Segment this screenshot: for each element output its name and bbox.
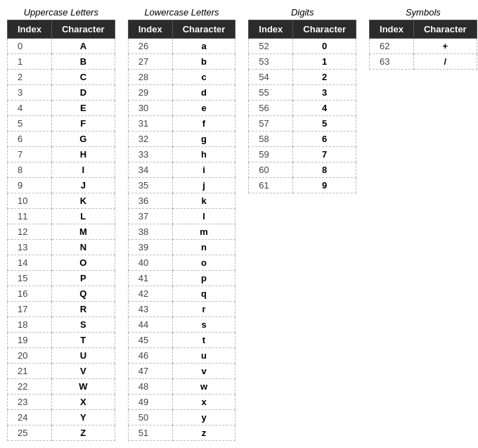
character-cell: c xyxy=(172,70,235,85)
index-cell: 29 xyxy=(128,85,172,101)
header-character: Character xyxy=(413,20,477,39)
table-row: 44s xyxy=(128,317,235,333)
section-title-lowercase: Lowercase Letters xyxy=(144,7,219,18)
section-lowercase: Lowercase LettersIndexCharacter26a27b28c… xyxy=(128,7,236,441)
character-cell: u xyxy=(172,348,235,364)
character-cell: 8 xyxy=(293,162,356,178)
table-row: 38m xyxy=(128,224,235,240)
character-cell: Q xyxy=(51,286,115,302)
index-cell: 28 xyxy=(128,70,172,85)
table-row: 31f xyxy=(128,116,235,132)
index-cell: 53 xyxy=(249,54,293,70)
character-cell: p xyxy=(172,271,235,286)
index-cell: 58 xyxy=(249,132,293,147)
index-cell: 49 xyxy=(128,395,172,410)
tables-container: Uppercase LettersIndexCharacter0A1B2C3D4… xyxy=(7,7,471,441)
index-cell: 38 xyxy=(128,224,172,240)
table-row: 26a xyxy=(128,39,235,54)
character-cell: r xyxy=(172,302,235,317)
table-row: 25Z xyxy=(8,425,115,441)
character-cell: E xyxy=(51,101,115,116)
character-cell: v xyxy=(172,364,235,379)
table-row: 40o xyxy=(128,255,235,271)
index-cell: 21 xyxy=(8,364,52,379)
character-cell: D xyxy=(51,85,115,101)
header-index: Index xyxy=(128,20,172,39)
index-cell: 42 xyxy=(128,286,172,302)
index-cell: 34 xyxy=(128,162,172,178)
character-cell: F xyxy=(51,116,115,132)
character-cell: t xyxy=(172,333,235,348)
table-row: 17R xyxy=(8,302,115,317)
index-cell: 15 xyxy=(8,271,52,286)
character-cell: G xyxy=(51,132,115,147)
index-cell: 32 xyxy=(128,132,172,147)
index-cell: 14 xyxy=(8,255,52,271)
character-cell: a xyxy=(172,39,235,54)
index-cell: 63 xyxy=(370,54,414,70)
index-cell: 56 xyxy=(249,101,293,116)
index-cell: 9 xyxy=(8,178,52,193)
index-cell: 37 xyxy=(128,209,172,224)
index-cell: 4 xyxy=(8,101,52,116)
index-cell: 39 xyxy=(128,240,172,255)
header-index: Index xyxy=(249,20,293,39)
table-row: 21V xyxy=(8,364,115,379)
table-row: 27b xyxy=(128,54,235,70)
character-cell: 7 xyxy=(293,147,356,162)
index-cell: 41 xyxy=(128,271,172,286)
character-cell: J xyxy=(51,178,115,193)
section-title-symbols: Symbols xyxy=(406,7,441,18)
table-row: 63/ xyxy=(370,54,477,70)
table-lowercase: IndexCharacter26a27b28c29d30e31f32g33h34… xyxy=(128,20,236,441)
index-cell: 8 xyxy=(8,162,52,178)
table-row: 11L xyxy=(8,209,115,224)
table-row: 2C xyxy=(8,70,115,85)
index-cell: 5 xyxy=(8,116,52,132)
index-cell: 13 xyxy=(8,240,52,255)
table-row: 47v xyxy=(128,364,235,379)
index-cell: 47 xyxy=(128,364,172,379)
table-row: 14O xyxy=(8,255,115,271)
character-cell: K xyxy=(51,193,115,209)
character-cell: H xyxy=(51,147,115,162)
character-cell: z xyxy=(172,425,235,441)
character-cell: 3 xyxy=(293,85,356,101)
section-title-digits: Digits xyxy=(291,7,314,18)
table-row: 619 xyxy=(249,178,356,193)
table-row: 0A xyxy=(8,39,115,54)
character-cell: e xyxy=(172,101,235,116)
table-row: 9J xyxy=(8,178,115,193)
character-cell: X xyxy=(51,395,115,410)
character-cell: y xyxy=(172,410,235,425)
character-cell: 4 xyxy=(293,101,356,116)
index-cell: 40 xyxy=(128,255,172,271)
table-row: 30e xyxy=(128,101,235,116)
table-row: 19T xyxy=(8,333,115,348)
character-cell: Y xyxy=(51,410,115,425)
character-cell: q xyxy=(172,286,235,302)
index-cell: 55 xyxy=(249,85,293,101)
character-cell: V xyxy=(51,364,115,379)
table-row: 48w xyxy=(128,379,235,395)
index-cell: 54 xyxy=(249,70,293,85)
character-cell: l xyxy=(172,209,235,224)
character-cell: j xyxy=(172,178,235,193)
table-row: 4E xyxy=(8,101,115,116)
table-digits: IndexCharacter52053154255356457558659760… xyxy=(248,20,356,193)
character-cell: f xyxy=(172,116,235,132)
table-row: 575 xyxy=(249,116,356,132)
index-cell: 57 xyxy=(249,116,293,132)
table-row: 41p xyxy=(128,271,235,286)
index-cell: 12 xyxy=(8,224,52,240)
character-cell: U xyxy=(51,348,115,364)
index-cell: 33 xyxy=(128,147,172,162)
character-cell: N xyxy=(51,240,115,255)
table-row: 28c xyxy=(128,70,235,85)
character-cell: W xyxy=(51,379,115,395)
character-cell: P xyxy=(51,271,115,286)
index-cell: 17 xyxy=(8,302,52,317)
index-cell: 18 xyxy=(8,317,52,333)
character-cell: 6 xyxy=(293,132,356,147)
character-cell: R xyxy=(51,302,115,317)
